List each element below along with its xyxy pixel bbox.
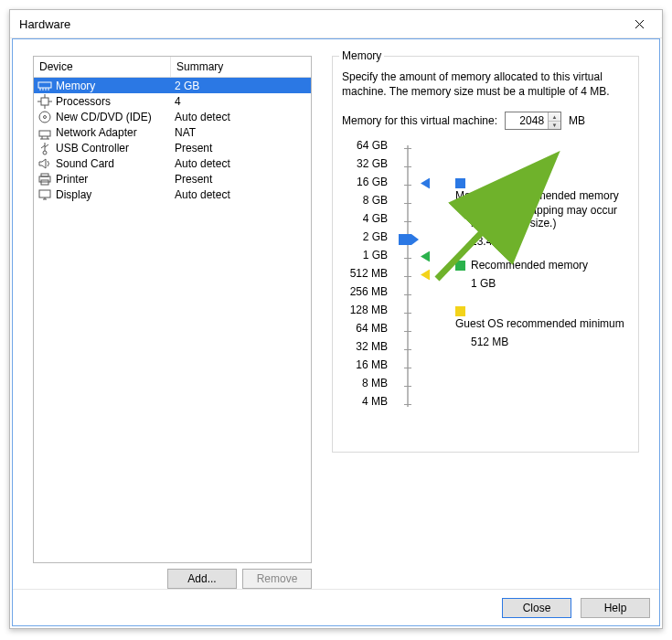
scale-tick-label: 32 MB [342,340,391,358]
scale-tick-label: 64 MB [342,322,391,340]
scale-tick-label: 512 MB [342,267,391,285]
scale-tick-label: 1 GB [342,249,391,267]
device-summary: 4 [171,95,311,108]
device-row[interactable]: New CD/DVD (IDE)Auto detect [34,109,311,124]
device-row[interactable]: PrinterPresent [34,171,311,187]
legend-swatch-icon [455,178,465,188]
device-name: USB Controller [56,142,129,155]
sound-icon [37,156,52,171]
display-icon [37,187,52,202]
usb-icon [37,141,52,155]
legend-min: Guest OS recommended minimum512 MB [455,304,629,348]
device-name: Printer [56,173,88,186]
svg-marker-32 [421,270,430,281]
memory-field-label: Memory for this virtual machine: [342,114,497,127]
svg-marker-29 [399,234,419,245]
svg-point-18 [43,151,47,155]
svg-rect-7 [41,98,48,105]
memory-legend: Maximum recommended memory(Memory swappi… [455,139,629,413]
scale-tick-label: 64 GB [342,139,391,157]
disc-icon [37,110,52,124]
device-summary: Auto detect [171,157,311,170]
svg-line-20 [41,145,45,148]
legend-sublabel: (Memory swapping may occur beyond this s… [471,204,629,229]
col-header-device[interactable]: Device [34,57,171,77]
slider-handle[interactable] [399,234,419,248]
spin-down-icon[interactable]: ▼ [549,122,560,130]
device-row[interactable]: Memory2 GB [34,78,311,93]
device-row[interactable]: Sound CardAuto detect [34,155,311,171]
memory-spinner[interactable]: ▲ ▼ [505,112,561,130]
svg-rect-2 [38,82,51,88]
memory-input[interactable] [506,112,548,129]
memory-groupbox: Memory Specify the amount of memory allo… [332,56,639,453]
svg-point-12 [39,112,50,123]
scale-tick-label: 4 MB [342,395,391,413]
help-button[interactable]: Help [581,598,650,618]
device-name: New CD/DVD (IDE) [56,111,152,123]
legend-value: 13.4 GB [471,235,629,248]
titlebar: Hardware [10,10,662,38]
group-label: Memory [339,49,384,62]
scale-tick-label: 256 MB [342,285,391,304]
legend-recommended: Recommended memory1 GB [455,258,588,290]
device-row[interactable]: USB ControllerPresent [34,140,311,155]
printer-icon [37,172,52,187]
device-row[interactable]: Processors4 [34,93,311,109]
remove-button[interactable]: Remove [242,569,312,589]
col-header-summary[interactable]: Summary [171,57,311,77]
scale-tick-label: 16 MB [342,358,391,377]
device-summary: Present [171,142,311,155]
window-title: Hardware [19,17,625,31]
dialog-content: Device Summary Memory2 GBProcessors4New … [12,38,660,626]
close-icon[interactable] [625,10,653,37]
svg-marker-22 [39,159,46,168]
device-name: Display [56,188,91,201]
marker-min-icon [421,270,430,283]
device-row[interactable]: Network AdapterNAT [34,124,311,140]
device-summary: Auto detect [171,111,311,123]
scale-tick-label: 4 GB [342,212,391,230]
legend-value: 1 GB [471,277,588,290]
cpu-icon [37,94,52,109]
spin-up-icon[interactable]: ▲ [549,112,560,122]
legend-swatch-icon [455,261,465,271]
scale-tick-label: 128 MB [342,304,391,322]
device-name: Processors [56,95,111,108]
device-row[interactable]: DisplayAuto detect [34,187,311,202]
device-name: Network Adapter [56,126,137,139]
device-summary: NAT [171,126,311,139]
hardware-dialog: Hardware Device Summary Memory2 GBProces… [9,9,663,629]
legend-value: 512 MB [471,336,629,348]
legend-swatch-icon [455,306,465,316]
memory-description: Specify the amount of memory allocated t… [342,69,629,99]
device-list-header: Device Summary [34,57,311,78]
svg-point-13 [44,115,47,118]
device-list[interactable]: Device Summary Memory2 GBProcessors4New … [33,56,312,563]
memory-unit: MB [569,114,585,127]
device-summary: Auto detect [171,188,311,201]
legend-label: Maximum recommended memory [455,189,619,202]
scale-tick-label: 32 GB [342,157,391,176]
svg-marker-30 [421,178,430,189]
network-icon [37,125,52,140]
device-summary: 2 GB [171,80,311,92]
marker-max-icon [421,178,430,192]
legend-max: Maximum recommended memory(Memory swappi… [455,176,629,248]
scale-tick-label: 8 MB [342,377,391,395]
memory-slider-track[interactable] [399,139,417,413]
svg-marker-31 [421,251,430,262]
scale-tick-label: 2 GB [342,230,391,249]
memory-icon [37,79,52,93]
svg-rect-14 [39,131,50,136]
scale-tick-label: 16 GB [342,176,391,194]
add-button[interactable]: Add... [167,569,237,589]
marker-recommended-icon [421,251,430,265]
close-button[interactable]: Close [502,598,571,618]
legend-label: Recommended memory [471,259,588,272]
device-name: Memory [56,80,95,92]
memory-scale-labels: 64 GB32 GB16 GB8 GB4 GB2 GB1 GB512 MB256… [342,139,391,413]
device-summary: Present [171,173,311,186]
svg-rect-26 [39,190,50,197]
scale-tick-label: 8 GB [342,194,391,212]
